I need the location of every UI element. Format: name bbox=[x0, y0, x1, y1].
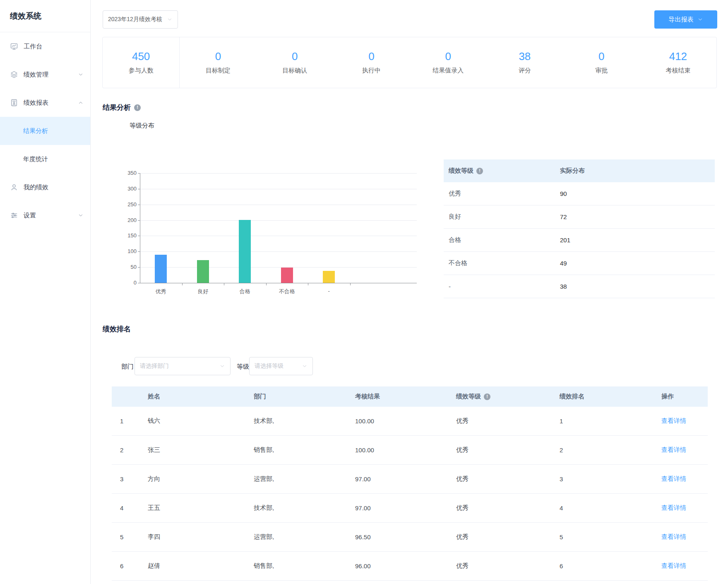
count-cell: 90 bbox=[560, 190, 715, 197]
ranking-table-header: 姓名部门考核结果绩效等级!绩效排名操作 bbox=[112, 386, 708, 407]
info-icon: ! bbox=[476, 168, 483, 174]
grade-cell: - bbox=[444, 283, 560, 290]
dept-cell: 销售部, bbox=[245, 446, 347, 454]
distribution-row: 合格201 bbox=[444, 229, 715, 252]
distribution-row: 不合格49 bbox=[444, 252, 715, 275]
sidebar-item-label: 工作台 bbox=[24, 43, 84, 51]
user-icon bbox=[10, 183, 18, 191]
export-report-label: 导出报表 bbox=[669, 16, 694, 24]
index-cell: 2 bbox=[112, 446, 139, 454]
score-cell: 97.00 bbox=[347, 504, 448, 512]
index-cell: 1 bbox=[112, 417, 139, 425]
y-axis-tick-label: 300 bbox=[120, 186, 137, 192]
rank-cell: 3 bbox=[551, 475, 653, 483]
count-cell: 72 bbox=[560, 213, 715, 220]
view-detail-link[interactable]: 查看详情 bbox=[661, 417, 686, 425]
y-axis-tick-label: 100 bbox=[120, 248, 137, 254]
bar-优秀 bbox=[155, 255, 167, 283]
x-axis-category-label: 合格 bbox=[224, 288, 266, 295]
grade-cell: 优秀 bbox=[448, 533, 551, 541]
grade-filter-select[interactable]: 请选择等级 bbox=[249, 357, 313, 375]
name-cell: 李四 bbox=[139, 533, 245, 541]
sidebar-item-2[interactable]: 绩效报表 bbox=[0, 89, 90, 117]
grade-cell: 优秀 bbox=[448, 446, 551, 454]
y-axis-tick-label: 0 bbox=[120, 280, 137, 286]
header-cell: 绩效排名 bbox=[551, 393, 653, 401]
y-axis-tick-label: 150 bbox=[120, 232, 137, 239]
header-cell: 部门 bbox=[245, 393, 347, 401]
view-detail-link[interactable]: 查看详情 bbox=[661, 446, 686, 454]
monitor-icon bbox=[10, 42, 18, 51]
sidebar-item-label: 绩效报表 bbox=[24, 99, 78, 107]
view-detail-link[interactable]: 查看详情 bbox=[661, 562, 686, 570]
chevron-down-icon bbox=[302, 363, 308, 369]
col-distribution-header: 实际分布 bbox=[560, 167, 715, 175]
sidebar-item-1[interactable]: 绩效管理 bbox=[0, 60, 90, 89]
sidebar-nav: 工作台绩效管理绩效报表结果分析年度统计我的绩效设置 bbox=[0, 32, 90, 229]
bar-- bbox=[323, 271, 335, 283]
layers-icon bbox=[10, 70, 18, 79]
count-cell: 201 bbox=[560, 236, 715, 244]
index-cell: 5 bbox=[112, 533, 139, 541]
count-cell: 49 bbox=[560, 260, 715, 267]
sidebar-item-label: 我的绩效 bbox=[24, 183, 84, 191]
sidebar-item-4[interactable]: 年度统计 bbox=[0, 145, 90, 173]
name-cell: 赵倩 bbox=[139, 562, 245, 570]
bar-合格 bbox=[239, 220, 251, 283]
stat-目标确认: 0目标确认 bbox=[257, 37, 333, 88]
grade-filter-label: 等级 bbox=[237, 363, 249, 371]
rank-cell: 5 bbox=[551, 533, 653, 541]
view-detail-link[interactable]: 查看详情 bbox=[661, 504, 686, 512]
result-analysis-title: 结果分析 ! bbox=[103, 103, 141, 112]
ranking-title-text: 绩效排名 bbox=[103, 324, 131, 334]
sidebar-item-6[interactable]: 设置 bbox=[0, 201, 90, 229]
dept-filter-select[interactable]: 请选择部门 bbox=[135, 357, 231, 375]
sidebar-item-5[interactable]: 我的绩效 bbox=[0, 173, 90, 201]
view-detail-link[interactable]: 查看详情 bbox=[661, 533, 686, 541]
dept-filter-label: 部门 bbox=[121, 363, 134, 371]
sidebar-item-3[interactable]: 结果分析 bbox=[0, 117, 90, 145]
stat-label: 执行中 bbox=[362, 67, 381, 75]
sliders-icon bbox=[10, 211, 18, 220]
stat-参与人数: 450参与人数 bbox=[103, 37, 180, 88]
stat-考核结束: 412考核结束 bbox=[640, 37, 716, 88]
score-cell: 97.00 bbox=[347, 475, 448, 483]
rank-cell: 2 bbox=[551, 446, 653, 454]
sidebar-item-0[interactable]: 工作台 bbox=[0, 32, 90, 60]
index-cell: 6 bbox=[112, 562, 139, 570]
x-axis-category-label: - bbox=[308, 288, 350, 294]
export-report-button[interactable]: 导出报表 bbox=[654, 10, 717, 29]
col-grade-header: 绩效等级 bbox=[449, 167, 473, 175]
stat-label: 结果值录入 bbox=[432, 67, 464, 75]
report-icon bbox=[10, 99, 18, 107]
stat-目标制定: 0目标制定 bbox=[180, 37, 256, 88]
rank-cell: 4 bbox=[551, 504, 653, 512]
bar-不合格 bbox=[281, 268, 293, 283]
sidebar-item-label: 年度统计 bbox=[23, 155, 84, 163]
y-axis-tick-label: 50 bbox=[120, 264, 137, 270]
stat-value: 450 bbox=[132, 51, 150, 62]
name-cell: 钱六 bbox=[139, 417, 245, 425]
y-axis-tick-label: 350 bbox=[120, 170, 137, 176]
name-cell: 张三 bbox=[139, 446, 245, 454]
dept-cell: 运营部, bbox=[245, 475, 347, 483]
info-icon: ! bbox=[134, 104, 141, 111]
name-cell: 方向 bbox=[139, 475, 245, 483]
stat-value: 0 bbox=[598, 51, 604, 62]
ranking-row: 3方向运营部,97.00优秀3查看详情 bbox=[112, 465, 708, 494]
stat-label: 目标确认 bbox=[282, 67, 307, 75]
stat-审批: 0审批 bbox=[563, 37, 640, 88]
stat-value: 38 bbox=[519, 51, 531, 62]
chevron-down-icon bbox=[219, 363, 225, 369]
view-detail-link[interactable]: 查看详情 bbox=[661, 475, 686, 483]
stat-value: 0 bbox=[445, 51, 451, 62]
period-select[interactable]: 2023年12月绩效考核 bbox=[103, 10, 178, 29]
app-title: 绩效系统 bbox=[0, 0, 90, 32]
grade-cell: 优秀 bbox=[448, 417, 551, 425]
ranking-title: 绩效排名 bbox=[103, 324, 131, 334]
name-cell: 王五 bbox=[139, 504, 245, 512]
stat-label: 目标制定 bbox=[206, 67, 231, 75]
sidebar-item-label: 设置 bbox=[24, 212, 78, 220]
chevron-down-icon bbox=[78, 72, 84, 77]
grade-filter-placeholder: 请选择等级 bbox=[255, 362, 284, 370]
